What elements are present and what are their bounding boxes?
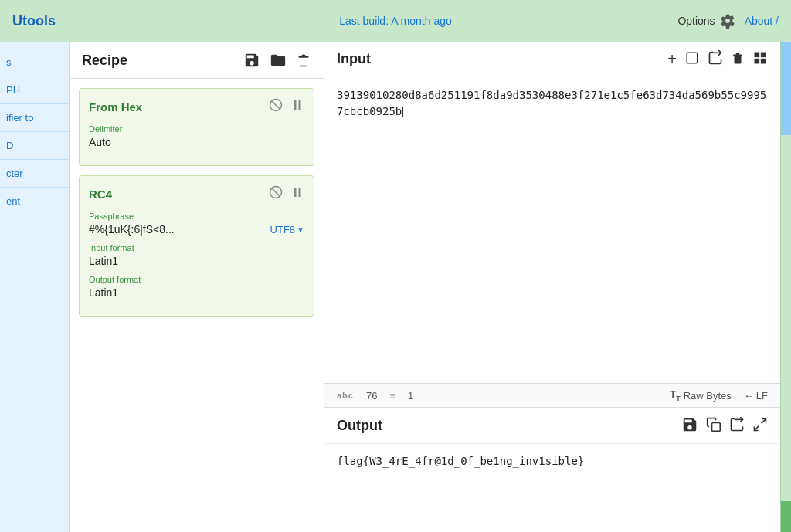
input-title: Input — [337, 51, 667, 67]
build-status: Last build: A month ago — [339, 15, 452, 27]
svg-rect-2 — [294, 100, 297, 110]
input-add-button[interactable]: + — [667, 50, 677, 68]
char-count: 76 — [366, 390, 377, 402]
input-header: Input + — [324, 42, 780, 76]
svg-line-1 — [272, 101, 280, 110]
recipe-open-button[interactable] — [270, 52, 287, 69]
output-text: flag{W3_4rE_4fr@1d_0f_be1ng_inv1sible} — [337, 455, 584, 467]
gear-icon — [720, 13, 735, 29]
input-format-value[interactable]: Latin1 — [89, 255, 304, 267]
dropdown-arrow: ▼ — [297, 225, 304, 234]
output-section: Output — [324, 408, 780, 532]
passphrase-value[interactable]: #%{1uK{:6|fS<8... — [89, 223, 264, 236]
passphrase-group: Passphrase #%{1uK{:6|fS<8... UTF8 ▼ — [89, 212, 304, 236]
from-hex-delimiter-group: Delimiter Auto — [89, 124, 304, 148]
svg-line-5 — [272, 188, 280, 197]
svg-line-16 — [762, 419, 766, 424]
save-icon — [243, 52, 260, 69]
output-controls — [681, 416, 768, 435]
sidebar-item-1[interactable]: PH — [0, 76, 69, 104]
right-strip — [780, 42, 791, 532]
line-count: 1 — [408, 390, 413, 402]
recipe-item-from-hex-name: From Hex — [89, 100, 269, 114]
sidebar-item-5[interactable]: ent — [0, 188, 69, 215]
rc4-disable-icon[interactable] — [269, 185, 283, 202]
about-link[interactable]: About / — [745, 15, 779, 27]
recipe-toolbar — [243, 52, 311, 69]
output-title: Output — [337, 418, 681, 434]
svg-rect-3 — [299, 100, 301, 110]
options-label: Options — [677, 15, 715, 27]
pause-icon[interactable] — [290, 98, 304, 115]
recipe-clear-button[interactable] — [296, 52, 311, 69]
recipe-items: From Hex — [70, 79, 324, 532]
sidebar-item-3[interactable]: D — [0, 132, 69, 160]
output-format-group: Output format Latin1 — [89, 275, 304, 299]
newline-indicator: ← LF — [744, 390, 768, 402]
input-section: Input + — [324, 42, 780, 408]
output-export-button[interactable] — [729, 417, 745, 435]
input-import-button[interactable] — [708, 50, 723, 68]
recipe-save-button[interactable] — [243, 52, 260, 69]
arrow-left-icon: ← — [744, 390, 754, 402]
recipe-item-from-hex-header: From Hex — [89, 98, 304, 115]
left-sidebar: s PH ifier to D cter ent — [0, 42, 70, 532]
recipe-header: Recipe — [70, 42, 324, 79]
svg-rect-8 — [687, 53, 698, 63]
svg-line-17 — [755, 426, 759, 431]
trash-icon — [296, 52, 311, 69]
folder-icon — [270, 52, 287, 69]
encoding-select[interactable]: UTF8 ▼ — [270, 224, 304, 236]
svg-rect-6 — [294, 188, 297, 197]
delimiter-value[interactable]: Auto — [89, 136, 304, 148]
input-format-group: Input format Latin1 — [89, 243, 304, 267]
svg-rect-10 — [755, 53, 760, 58]
rc4-pause-icon[interactable] — [290, 185, 304, 202]
output-content: flag{W3_4rE_4fr@1d_0f_be1ng_inv1sible} — [324, 444, 780, 532]
right-strip-top — [781, 42, 791, 135]
text-cursor — [402, 105, 403, 117]
sidebar-item-0[interactable]: s — [0, 49, 69, 76]
abc-label: abc — [337, 391, 354, 400]
input-window-button[interactable] — [684, 51, 700, 67]
options-button[interactable]: Options — [677, 13, 735, 29]
input-delete-button[interactable] — [731, 50, 745, 68]
svg-rect-13 — [761, 59, 766, 64]
format-label: Raw Bytes — [684, 390, 732, 402]
delimiter-label: Delimiter — [89, 124, 304, 134]
recipe-item-rc4: RC4 — [79, 175, 314, 317]
status-bar: abc 76 ≡ 1 TT Raw Bytes ← LF — [324, 383, 780, 408]
input-content[interactable]: 39139010280d8a6d251191f8da9d3530488e3f27… — [324, 76, 780, 383]
main-layout: s PH ifier to D cter ent Recipe — [0, 42, 791, 532]
copy-icon — [706, 416, 721, 433]
topbar: Utools Last build: A month ago Options A… — [0, 0, 791, 42]
output-format-label: Output format — [89, 275, 304, 284]
input-grid-button[interactable] — [752, 50, 768, 68]
svg-rect-7 — [299, 188, 301, 197]
svg-rect-11 — [761, 53, 766, 58]
disable-icon[interactable] — [269, 98, 283, 115]
svg-rect-12 — [755, 59, 760, 64]
recipe-title: Recipe — [82, 53, 243, 69]
sidebar-item-2[interactable]: ifier to — [0, 104, 69, 132]
output-expand-button[interactable] — [752, 417, 768, 435]
right-strip-middle — [781, 135, 791, 501]
recipe-item-rc4-controls — [269, 185, 304, 202]
recipe-item-rc4-header: RC4 — [89, 185, 304, 202]
output-format-value[interactable]: Latin1 — [89, 286, 304, 299]
right-strip-button[interactable] — [781, 501, 791, 532]
recipe-item-rc4-name: RC4 — [89, 188, 269, 201]
expand-icon — [752, 417, 768, 432]
export-icon — [729, 417, 745, 432]
logo: Utools — [12, 13, 56, 29]
output-save-button[interactable] — [681, 416, 698, 435]
topbar-right: Options About / — [677, 13, 779, 29]
input-controls: + — [667, 50, 768, 68]
input-format-label: Input format — [89, 243, 304, 252]
output-header: Output — [324, 408, 780, 444]
status-right: TT Raw Bytes ← LF — [670, 388, 768, 402]
passphrase-label: Passphrase — [89, 212, 304, 221]
sidebar-item-4[interactable]: cter — [0, 160, 69, 188]
output-copy-button[interactable] — [706, 416, 721, 435]
svg-rect-14 — [712, 423, 721, 432]
